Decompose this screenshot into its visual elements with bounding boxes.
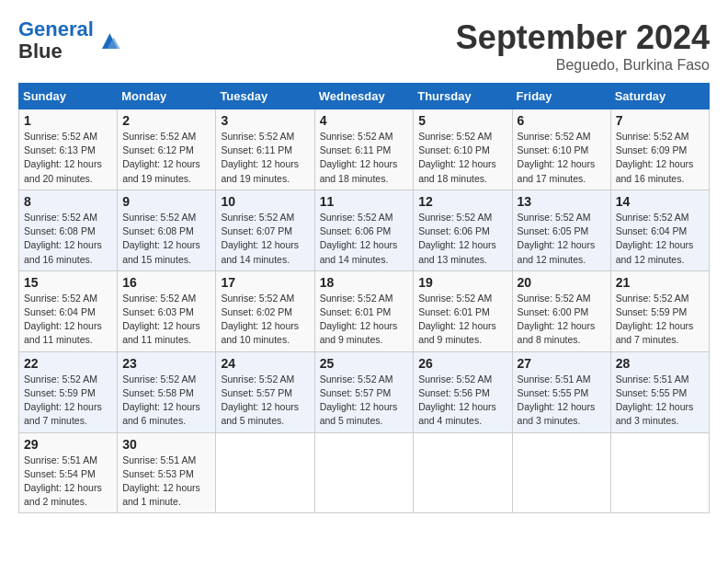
weekday-monday: Monday (118, 84, 216, 109)
day-info: Sunrise: 5:52 AM Sunset: 6:04 PM Dayligh… (24, 292, 112, 348)
day-info: Sunrise: 5:52 AM Sunset: 6:12 PM Dayligh… (122, 130, 210, 186)
day-info: Sunrise: 5:51 AM Sunset: 5:54 PM Dayligh… (24, 454, 112, 510)
day-info: Sunrise: 5:52 AM Sunset: 6:02 PM Dayligh… (221, 292, 309, 348)
day-number: 22 (24, 356, 112, 371)
logo: GeneralBlue (18, 18, 121, 63)
week-row-3: 15Sunrise: 5:52 AM Sunset: 6:04 PM Dayli… (19, 270, 710, 351)
day-info: Sunrise: 5:51 AM Sunset: 5:55 PM Dayligh… (616, 373, 704, 429)
calendar-cell: 13Sunrise: 5:52 AM Sunset: 6:05 PM Dayli… (512, 190, 610, 270)
calendar-cell: 11Sunrise: 5:52 AM Sunset: 6:06 PM Dayli… (314, 190, 414, 270)
day-info: Sunrise: 5:52 AM Sunset: 6:00 PM Dayligh… (518, 292, 606, 348)
page-header: GeneralBlue September 2024 Beguedo, Burk… (18, 18, 710, 74)
day-number: 11 (320, 194, 409, 209)
logo-icon (96, 28, 121, 53)
day-number: 2 (122, 113, 210, 128)
calendar-cell: 25Sunrise: 5:52 AM Sunset: 5:57 PM Dayli… (314, 351, 414, 432)
location-title: Beguedo, Burkina Faso (456, 57, 710, 74)
calendar-cell (610, 432, 709, 513)
calendar-cell: 1Sunrise: 5:52 AM Sunset: 6:13 PM Daylig… (19, 109, 118, 190)
day-number: 17 (221, 275, 309, 290)
calendar-cell: 17Sunrise: 5:52 AM Sunset: 6:02 PM Dayli… (216, 270, 314, 351)
calendar-cell: 14Sunrise: 5:52 AM Sunset: 6:04 PM Dayli… (610, 190, 709, 270)
day-number: 27 (518, 356, 606, 371)
calendar-cell: 21Sunrise: 5:52 AM Sunset: 5:59 PM Dayli… (610, 270, 709, 351)
day-info: Sunrise: 5:51 AM Sunset: 5:55 PM Dayligh… (518, 373, 606, 429)
weekday-header-row: SundayMondayTuesdayWednesdayThursdayFrid… (19, 84, 710, 109)
month-title: September 2024 (456, 18, 710, 57)
day-info: Sunrise: 5:52 AM Sunset: 5:58 PM Dayligh… (122, 373, 210, 429)
calendar-cell: 8Sunrise: 5:52 AM Sunset: 6:08 PM Daylig… (19, 190, 118, 270)
weekday-thursday: Thursday (414, 84, 512, 109)
calendar-cell: 28Sunrise: 5:51 AM Sunset: 5:55 PM Dayli… (610, 351, 709, 432)
calendar-body: 1Sunrise: 5:52 AM Sunset: 6:13 PM Daylig… (19, 109, 710, 513)
calendar-cell: 2Sunrise: 5:52 AM Sunset: 6:12 PM Daylig… (118, 109, 216, 190)
title-block: September 2024 Beguedo, Burkina Faso (456, 18, 710, 74)
day-number: 1 (24, 113, 112, 128)
day-info: Sunrise: 5:52 AM Sunset: 6:03 PM Dayligh… (122, 292, 210, 348)
weekday-wednesday: Wednesday (314, 84, 414, 109)
calendar-cell: 23Sunrise: 5:52 AM Sunset: 5:58 PM Dayli… (118, 351, 216, 432)
logo-text: GeneralBlue (18, 18, 94, 63)
day-info: Sunrise: 5:52 AM Sunset: 5:59 PM Dayligh… (616, 292, 704, 348)
day-number: 29 (24, 437, 112, 452)
calendar-table: SundayMondayTuesdayWednesdayThursdayFrid… (18, 83, 710, 513)
day-info: Sunrise: 5:52 AM Sunset: 5:57 PM Dayligh… (320, 373, 409, 429)
day-info: Sunrise: 5:52 AM Sunset: 6:09 PM Dayligh… (616, 130, 704, 186)
day-info: Sunrise: 5:52 AM Sunset: 6:01 PM Dayligh… (320, 292, 409, 348)
calendar-cell: 7Sunrise: 5:52 AM Sunset: 6:09 PM Daylig… (610, 109, 709, 190)
day-number: 20 (518, 275, 606, 290)
day-number: 10 (221, 194, 309, 209)
day-number: 7 (616, 113, 704, 128)
day-info: Sunrise: 5:52 AM Sunset: 6:07 PM Dayligh… (221, 211, 309, 267)
day-number: 25 (320, 356, 409, 371)
day-number: 4 (320, 113, 409, 128)
day-number: 5 (418, 113, 506, 128)
day-number: 16 (122, 275, 210, 290)
day-number: 15 (24, 275, 112, 290)
day-info: Sunrise: 5:51 AM Sunset: 5:53 PM Dayligh… (122, 454, 210, 510)
day-info: Sunrise: 5:52 AM Sunset: 6:01 PM Dayligh… (418, 292, 506, 348)
day-info: Sunrise: 5:52 AM Sunset: 6:11 PM Dayligh… (221, 130, 309, 186)
calendar-cell: 12Sunrise: 5:52 AM Sunset: 6:06 PM Dayli… (414, 190, 512, 270)
day-info: Sunrise: 5:52 AM Sunset: 6:11 PM Dayligh… (320, 130, 409, 186)
day-info: Sunrise: 5:52 AM Sunset: 6:04 PM Dayligh… (616, 211, 704, 267)
day-number: 3 (221, 113, 309, 128)
calendar-cell: 18Sunrise: 5:52 AM Sunset: 6:01 PM Dayli… (314, 270, 414, 351)
day-number: 6 (518, 113, 606, 128)
day-number: 13 (518, 194, 606, 209)
calendar-cell: 27Sunrise: 5:51 AM Sunset: 5:55 PM Dayli… (512, 351, 610, 432)
weekday-sunday: Sunday (19, 84, 118, 109)
calendar-cell: 5Sunrise: 5:52 AM Sunset: 6:10 PM Daylig… (414, 109, 512, 190)
week-row-5: 29Sunrise: 5:51 AM Sunset: 5:54 PM Dayli… (19, 432, 710, 513)
day-info: Sunrise: 5:52 AM Sunset: 6:06 PM Dayligh… (418, 211, 506, 267)
weekday-saturday: Saturday (610, 84, 709, 109)
calendar-cell (512, 432, 610, 513)
day-number: 9 (122, 194, 210, 209)
weekday-friday: Friday (512, 84, 610, 109)
day-info: Sunrise: 5:52 AM Sunset: 5:56 PM Dayligh… (418, 373, 506, 429)
day-number: 14 (616, 194, 704, 209)
day-number: 30 (122, 437, 210, 452)
day-info: Sunrise: 5:52 AM Sunset: 5:57 PM Dayligh… (221, 373, 309, 429)
day-number: 23 (122, 356, 210, 371)
calendar-cell: 3Sunrise: 5:52 AM Sunset: 6:11 PM Daylig… (216, 109, 314, 190)
calendar-cell: 22Sunrise: 5:52 AM Sunset: 5:59 PM Dayli… (19, 351, 118, 432)
calendar-cell: 26Sunrise: 5:52 AM Sunset: 5:56 PM Dayli… (414, 351, 512, 432)
day-info: Sunrise: 5:52 AM Sunset: 5:59 PM Dayligh… (24, 373, 112, 429)
calendar-cell: 6Sunrise: 5:52 AM Sunset: 6:10 PM Daylig… (512, 109, 610, 190)
day-info: Sunrise: 5:52 AM Sunset: 6:10 PM Dayligh… (418, 130, 506, 186)
calendar-cell: 30Sunrise: 5:51 AM Sunset: 5:53 PM Dayli… (118, 432, 216, 513)
day-info: Sunrise: 5:52 AM Sunset: 6:06 PM Dayligh… (320, 211, 409, 267)
day-number: 8 (24, 194, 112, 209)
week-row-1: 1Sunrise: 5:52 AM Sunset: 6:13 PM Daylig… (19, 109, 710, 190)
calendar-cell: 29Sunrise: 5:51 AM Sunset: 5:54 PM Dayli… (19, 432, 118, 513)
day-number: 12 (418, 194, 506, 209)
calendar-cell: 24Sunrise: 5:52 AM Sunset: 5:57 PM Dayli… (216, 351, 314, 432)
day-number: 26 (418, 356, 506, 371)
week-row-4: 22Sunrise: 5:52 AM Sunset: 5:59 PM Dayli… (19, 351, 710, 432)
week-row-2: 8Sunrise: 5:52 AM Sunset: 6:08 PM Daylig… (19, 190, 710, 270)
calendar-cell (216, 432, 314, 513)
calendar-cell: 19Sunrise: 5:52 AM Sunset: 6:01 PM Dayli… (414, 270, 512, 351)
day-number: 19 (418, 275, 506, 290)
day-number: 28 (616, 356, 704, 371)
